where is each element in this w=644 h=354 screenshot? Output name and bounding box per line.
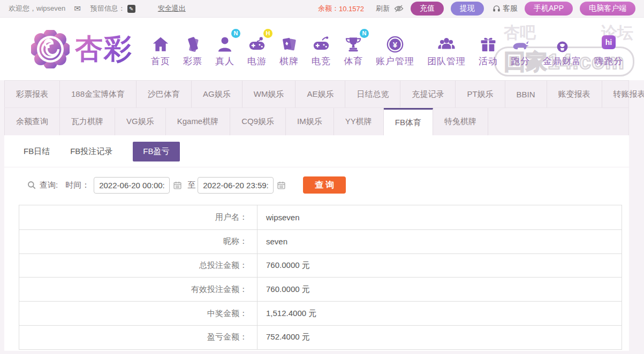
tab-pt[interactable]: PT娱乐	[456, 81, 505, 107]
main-panel: 彩票报表 188金宝博体育 沙巴体育 AG娱乐 WM娱乐 AE娱乐 日结总览 充…	[4, 80, 629, 351]
tab-im[interactable]: IM娱乐	[286, 108, 334, 135]
hi-app-icon: hi	[602, 31, 616, 53]
table-row: 昵称： seven	[19, 229, 622, 253]
fb-subtabs: FB日结 FB投注记录 FB盈亏	[4, 135, 629, 167]
report-tabstrip: 彩票报表 188金宝博体育 沙巴体育 AG娱乐 WM娱乐 AE娱乐 日结总览 充…	[4, 80, 629, 135]
nav-item-account[interactable]: ¥ 账户管理	[369, 31, 421, 67]
home-icon	[151, 31, 170, 53]
row-value: 760.0000 元	[257, 278, 622, 301]
nav-item-paofen[interactable]: 跑分	[504, 31, 536, 67]
tab-row-2: 余额查询 瓦力棋牌 VG娱乐 Kgame棋牌 CQ9娱乐 IM娱乐 YY棋牌 F…	[4, 108, 628, 135]
tab-saba-sports[interactable]: 沙巴体育	[137, 81, 192, 107]
edit-icon[interactable]: ✎	[127, 5, 135, 13]
row-label: 总投注金额：	[19, 254, 257, 278]
tab-cq9[interactable]: CQ9娱乐	[230, 108, 286, 135]
tab-ag[interactable]: AG娱乐	[192, 81, 243, 107]
tab-188-sports[interactable]: 188金宝博体育	[60, 81, 137, 107]
nav-item-team[interactable]: 团队管理	[421, 31, 472, 67]
cards-icon	[280, 31, 298, 53]
tab-tetu-cards[interactable]: 特兔棋牌	[433, 108, 488, 135]
result-table: 用户名： wipseven 昵称： seven 总投注金额： 760.0000 …	[19, 205, 622, 350]
nav-item-live[interactable]: N 真人	[209, 31, 241, 67]
date-to-input[interactable]	[198, 177, 274, 194]
to-label: 至	[187, 180, 195, 190]
subtab-fb-bets[interactable]: FB投注记录	[70, 142, 112, 161]
tab-account-change[interactable]: 账变报表	[547, 81, 602, 107]
ticket-icon	[184, 31, 202, 53]
balance-label: 余额：	[318, 4, 339, 13]
calendar-icon[interactable]	[277, 181, 286, 190]
service-label: 客服	[503, 4, 518, 13]
subtab-fb-profit[interactable]: FB盈亏	[133, 142, 179, 161]
tab-fb-sports[interactable]: FB体育	[384, 108, 433, 135]
mobile-app-button[interactable]: 手机APP	[525, 2, 573, 16]
nav-label: 体育	[344, 55, 363, 67]
row-value: wipseven	[257, 205, 622, 229]
balance-value: 10.1572	[339, 5, 364, 13]
headset-icon	[493, 5, 501, 13]
query-button[interactable]: 查 询	[303, 176, 346, 194]
tab-bbin[interactable]: BBIN	[505, 81, 547, 107]
tab-transfer-report[interactable]: 转账报表	[602, 81, 644, 107]
trophy-icon: N	[344, 31, 362, 53]
recharge-button[interactable]: 充值	[411, 2, 444, 16]
logout-link[interactable]: 安全退出	[158, 4, 186, 13]
team-people-icon	[437, 31, 456, 53]
nav-label: 电游	[247, 55, 267, 67]
hot-badge: H	[263, 29, 272, 38]
nav-label: 账户管理	[376, 55, 414, 67]
query-bar: 查询: 时间： 至 查 询	[4, 167, 629, 202]
nav-label: 首页	[151, 55, 170, 67]
tab-wm[interactable]: WM娱乐	[243, 81, 296, 107]
live-dealer-icon: N	[216, 31, 234, 53]
tab-kgame[interactable]: Kgame棋牌	[166, 108, 231, 135]
nav-item-activity[interactable]: 活动	[472, 31, 504, 67]
site-header: 杏彩 首页 彩票 N 真人	[0, 18, 644, 80]
tab-deposit-records[interactable]: 充提记录	[400, 81, 456, 107]
nav-item-home[interactable]: 首页	[145, 31, 177, 67]
nav-label: 彩票	[183, 55, 202, 67]
nav-item-jinding[interactable]: 金鼎财富	[536, 31, 588, 67]
tab-yy-cards[interactable]: YY棋牌	[334, 108, 384, 135]
row-label: 用户名：	[19, 205, 257, 229]
nav-item-cards[interactable]: 棋牌	[273, 31, 305, 67]
tab-wali-cards[interactable]: 瓦力棋牌	[60, 108, 115, 135]
row-value: 1,512.4000 元	[257, 302, 622, 325]
eye-slash-icon[interactable]	[394, 4, 404, 13]
tab-ae[interactable]: AE娱乐	[296, 81, 345, 107]
nav-item-sports[interactable]: N 体育	[337, 31, 369, 67]
welcome-text: 欢迎您，wipseven	[9, 4, 65, 13]
tab-balance-query[interactable]: 余额查询	[4, 108, 60, 135]
gold-fortune-icon	[556, 31, 569, 53]
withdraw-button[interactable]: 提现	[451, 2, 484, 16]
row-value: seven	[257, 230, 622, 253]
tab-vg[interactable]: VG娱乐	[115, 108, 166, 135]
envelope-icon[interactable]: ✉	[74, 4, 81, 13]
nav-item-hipaofen[interactable]: hi 嗨跑分	[588, 31, 630, 67]
new-badge: N	[360, 29, 369, 38]
tab-daily-overview[interactable]: 日结总览	[345, 81, 400, 107]
refresh-button[interactable]: 刷新	[376, 4, 390, 13]
rhino-icon	[511, 31, 529, 53]
nav-item-egames[interactable]: H 电游	[241, 31, 273, 67]
row-value: 760.0000 元	[257, 254, 622, 278]
nav-item-lottery[interactable]: 彩票	[177, 31, 209, 67]
subtab-fb-daily[interactable]: FB日结	[24, 142, 50, 161]
tab-row-1: 彩票报表 188金宝博体育 沙巴体育 AG娱乐 WM娱乐 AE娱乐 日结总览 充…	[4, 81, 628, 108]
nav-label: 真人	[215, 55, 234, 67]
logo[interactable]: 杏彩	[31, 30, 133, 68]
esports-gamepad-icon	[312, 31, 330, 53]
nav-item-esports[interactable]: 电竞	[305, 31, 337, 67]
date-from-input[interactable]	[94, 177, 170, 194]
logo-text: 杏彩	[75, 30, 133, 68]
logo-flower-icon	[31, 30, 70, 68]
calendar-icon[interactable]	[173, 181, 182, 190]
tab-lottery-report[interactable]: 彩票报表	[4, 81, 60, 107]
row-label: 昵称：	[19, 230, 257, 253]
customer-service-link[interactable]: 客服	[493, 4, 518, 13]
new-badge: N	[231, 29, 240, 38]
search-icon	[27, 180, 36, 190]
topbar: 欢迎您，wipseven ✉ 预留信息： ✎ 安全退出 余额： 10.1572 …	[0, 0, 644, 18]
main-nav: 首页 彩票 N 真人	[145, 31, 630, 67]
pc-client-button[interactable]: 电脑客户端	[580, 2, 635, 16]
